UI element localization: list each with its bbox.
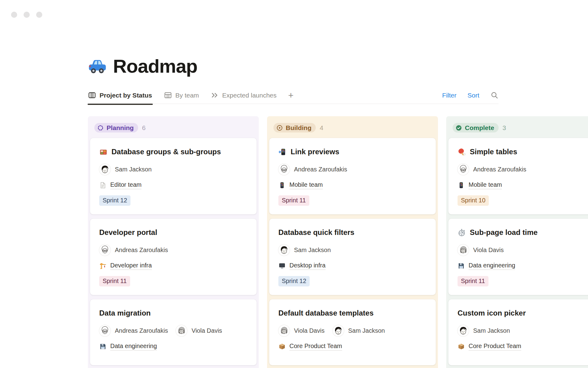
floppy-disk-icon [99, 343, 107, 350]
search-icon[interactable] [490, 91, 499, 99]
sam-jackson-avatar [333, 325, 344, 336]
column-building: Building 4 Link previews Andreas Z [267, 116, 438, 368]
blue-car-icon[interactable] [88, 57, 107, 76]
team-link[interactable]: Mobile team [469, 181, 502, 189]
sprint-tag: Sprint 11 [278, 195, 309, 206]
card-data-migration[interactable]: Data migration Andreas Zaroufakis Viola … [90, 299, 257, 365]
card-title: Data migration [99, 309, 151, 318]
window-control-close[interactable] [11, 12, 17, 18]
viola-davis-avatar [278, 325, 290, 336]
card-custom-icon-picker[interactable]: Custom icon picker Sam Jackson Core Prod… [448, 299, 588, 365]
card-people-row: Andreas Zaroufakis [278, 164, 427, 175]
card-title: Default database templates [278, 309, 374, 318]
andreas-zaroufakis-avatar [458, 164, 469, 175]
window-controls [11, 12, 42, 18]
tab-project-by-status[interactable]: Project by Status [88, 91, 152, 99]
card-team-row: Desktop infra [278, 262, 427, 270]
mobile-phone-icon [458, 182, 465, 189]
team-link[interactable]: Desktop infra [289, 262, 326, 270]
status-label: Planning [107, 124, 134, 132]
person: Andreas Zaroufakis [99, 244, 168, 256]
card-sub-page-load-time[interactable]: Sub-page load time Viola Davis Data engi… [448, 219, 588, 295]
card-title: Developer portal [99, 228, 157, 237]
team-link[interactable]: Data engineering [469, 262, 515, 270]
sam-jackson-avatar [278, 244, 290, 256]
status-label: Building [286, 124, 311, 132]
card-title-row: Database groups & sub-groups [99, 147, 247, 156]
card-title: Sub-page load time [470, 228, 537, 237]
team-link[interactable]: Data engineering [110, 343, 157, 351]
package-icon [278, 343, 286, 350]
window-control-minimize[interactable] [24, 12, 30, 18]
ping-pong-icon [458, 148, 466, 156]
crane-icon [99, 262, 107, 270]
andreas-zaroufakis-avatar [99, 244, 111, 256]
status-pill-planning[interactable]: Planning [94, 123, 138, 132]
roadmap-page: Roadmap Project by Status By team Expect… [0, 0, 588, 368]
team-link[interactable]: Developer infra [110, 262, 152, 270]
card-database-quick-filters[interactable]: Database quick filters Sam Jackson Deskt… [269, 219, 436, 295]
status-pill-building[interactable]: Building [273, 123, 316, 132]
card-people-row: Sam Jackson [458, 325, 588, 336]
team-link[interactable]: Editor team [110, 181, 141, 189]
sprint-tag: Sprint 12 [99, 195, 130, 206]
table-view-icon [164, 91, 172, 99]
column-header: Planning 6 [90, 123, 257, 138]
card-developer-portal[interactable]: Developer portal Andreas Zaroufakis Deve… [90, 219, 257, 295]
card-title-row: Developer portal [99, 228, 247, 237]
card-team-row: Mobile team [278, 181, 427, 189]
card-people-row: Andreas Zaroufakis [458, 164, 588, 175]
person: Sam Jackson [99, 164, 152, 175]
kanban-board: Planning 6 Database groups & sub-groups [88, 116, 588, 368]
double-chevron-right-icon [211, 91, 219, 99]
person: Sam Jackson [458, 325, 510, 336]
tab-expected-launches[interactable]: Expected launches [211, 91, 277, 99]
status-pill-complete[interactable]: Complete [453, 123, 499, 132]
board-view-icon [88, 91, 96, 99]
andreas-zaroufakis-avatar [278, 164, 290, 175]
sprint-tag: Sprint 10 [458, 195, 489, 206]
person: Viola Davis [278, 325, 325, 336]
person: Sam Jackson [278, 244, 331, 256]
card-people-row: Viola Davis Sam Jackson [278, 325, 427, 336]
card-simple-tables[interactable]: Simple tables Andreas Zaroufakis Mobile … [448, 138, 588, 214]
team-link[interactable]: Core Product Team [289, 343, 342, 351]
sprint-tag: Sprint 12 [278, 276, 310, 286]
window-control-maximize[interactable] [36, 12, 42, 18]
sam-jackson-avatar [458, 325, 469, 336]
card-team-row: Editor team [99, 181, 247, 189]
card-title-row: Data migration [99, 309, 247, 318]
tab-by-team[interactable]: By team [164, 91, 199, 99]
card-title: Database quick filters [278, 228, 354, 237]
viola-davis-avatar [176, 325, 187, 336]
andreas-zaroufakis-avatar [99, 325, 111, 336]
card-database-groups[interactable]: Database groups & sub-groups Sam Jackson… [90, 138, 257, 214]
column-planning: Planning 6 Database groups & sub-groups [88, 116, 259, 368]
card-title-row: Sub-page load time [458, 228, 588, 237]
card-team-row: Core Product Team [278, 343, 427, 351]
add-view-button[interactable]: + [288, 92, 294, 98]
sprint-tag: Sprint 11 [99, 276, 130, 286]
view-toolbar: Project by Status By team Expected launc… [88, 91, 499, 104]
person-name: Andreas Zaroufakis [115, 327, 168, 334]
card-default-database-templates[interactable]: Default database templates Viola Davis S… [269, 299, 436, 365]
person: Andreas Zaroufakis [99, 325, 168, 336]
filter-button[interactable]: Filter [442, 92, 457, 99]
team-link[interactable]: Mobile team [289, 181, 323, 189]
page-title[interactable]: Roadmap [113, 55, 197, 77]
card-title-row: Simple tables [458, 147, 588, 156]
card-link-previews[interactable]: Link previews Andreas Zaroufakis Mobile … [269, 138, 436, 214]
person: Sam Jackson [333, 325, 385, 336]
person: Andreas Zaroufakis [458, 164, 526, 175]
card-title: Link previews [291, 147, 339, 156]
tab-label: Expected launches [222, 92, 277, 99]
person: Viola Davis [176, 325, 222, 336]
team-link[interactable]: Core Product Team [469, 343, 521, 351]
card-title-row: Default database templates [278, 309, 427, 318]
sort-button[interactable]: Sort [467, 92, 479, 99]
card-team-row: Mobile team [458, 181, 588, 189]
column-header: Building 4 [269, 123, 436, 138]
phone-arrow-icon [278, 148, 287, 156]
status-label: Complete [465, 124, 494, 132]
card-team-row: Developer infra [99, 262, 247, 270]
